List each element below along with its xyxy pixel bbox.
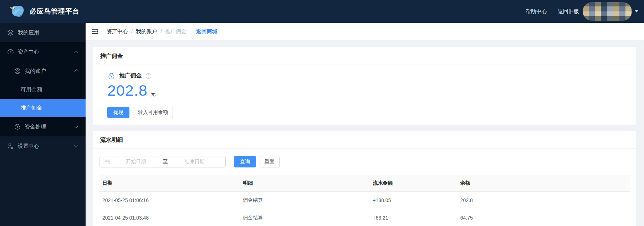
table-cell: 202.8: [458, 191, 630, 209]
filter-row: 开始日期 至 结束日期 查询 重置: [99, 156, 630, 167]
sidebar-item-fund-processing[interactable]: 资金处理: [0, 117, 86, 136]
sidebar-item-my-account[interactable]: 我的账户: [0, 61, 86, 81]
breadcrumb-separator: /: [131, 29, 133, 34]
table-cell: +63.21: [370, 209, 457, 226]
question-circle-icon[interactable]: [145, 73, 152, 79]
content: 推广佣金 推广佣金: [86, 40, 644, 226]
table-cell: 佣金结算: [240, 191, 370, 209]
dashboard-icon: [7, 49, 14, 55]
sidebar-item-label: 我的账户: [25, 68, 46, 75]
sidebar-item-label: 资产中心: [18, 49, 39, 55]
menu-fold-icon[interactable]: [92, 29, 98, 34]
table-cell: +138.05: [370, 191, 457, 209]
money-bag-icon: [107, 72, 116, 80]
breadcrumb-item-my-account[interactable]: 我的账户: [136, 28, 157, 35]
breadcrumb-bar: 资产中心 / 我的账户 / 推广佣金 返回商城: [86, 23, 644, 40]
app-title: 必应鸟管理平台: [30, 7, 80, 16]
censored-account-info: [583, 2, 632, 21]
flow-card: 流水明细 开始日期 至 结束日期 查询: [93, 131, 636, 226]
layers-icon: [7, 29, 14, 36]
column-header: 流水金额: [370, 175, 457, 191]
sidebar: 我的应用 资产中心 我的账户 可用余额 推广佣金: [0, 23, 86, 226]
breadcrumb-item-current: 推广佣金: [165, 28, 186, 35]
commission-card: 推广佣金 推广佣金: [93, 47, 636, 125]
sidebar-item-label: 推广佣金: [21, 105, 42, 111]
back-to-old-link[interactable]: 返回旧版: [558, 8, 579, 15]
sidebar-item-available-balance[interactable]: 可用余额: [0, 81, 86, 99]
breadcrumb-separator: /: [160, 29, 162, 34]
commission-body: 推广佣金 202.8 元 提现 转入可用余额: [93, 65, 636, 125]
table-cell: 2021-04-25 01:03:48: [99, 209, 240, 226]
table-cell: 64.75: [458, 209, 630, 226]
sidebar-item-label: 可用余额: [21, 86, 42, 93]
commission-unit: 元: [151, 91, 156, 97]
commission-section-title: 推广佣金: [93, 47, 636, 65]
end-date-placeholder: 结束日期: [169, 159, 221, 165]
column-header: 余额: [458, 175, 630, 191]
commission-stat-label: 推广佣金: [119, 72, 142, 80]
commission-amount: 202.8: [107, 82, 148, 99]
chevron-down-icon: [74, 143, 78, 147]
flow-body: 开始日期 至 结束日期 查询 重置 日期明细流水金额余额 2021-05-25 …: [93, 149, 636, 226]
transfer-to-balance-button[interactable]: 转入可用余额: [133, 107, 173, 118]
user-circle-icon: [14, 68, 21, 74]
sidebar-item-label: 我的应用: [18, 29, 39, 36]
column-header: 明细: [240, 175, 370, 191]
breadcrumb-item-asset-center[interactable]: 资产中心: [107, 28, 128, 35]
table-row: 2021-05-25 01:06:16佣金结算+138.05202.8: [99, 191, 630, 209]
topbar-right: 帮助中心 返回旧版: [526, 2, 638, 21]
flow-table: 日期明细流水金额余额 2021-05-25 01:06:16佣金结算+138.0…: [99, 175, 630, 226]
topbar: 必应鸟管理平台 帮助中心 返回旧版: [0, 0, 644, 23]
yuan-circle-icon: [14, 124, 21, 130]
user-gear-icon: [7, 143, 14, 150]
start-date-placeholder: 开始日期: [110, 159, 162, 165]
sidebar-item-my-apps[interactable]: 我的应用: [0, 23, 86, 42]
main-area: 资产中心 / 我的账户 / 推广佣金 返回商城 推广佣金 推广佣金: [86, 23, 644, 226]
logo-bird-icon: [9, 4, 25, 19]
table-row: 2021-04-25 01:03:48佣金结算+63.2164.75: [99, 209, 630, 226]
account-dropdown[interactable]: [583, 2, 638, 21]
back-to-mall-link[interactable]: 返回商城: [196, 28, 218, 35]
table-cell: 佣金结算: [240, 209, 370, 226]
search-button[interactable]: 查询: [234, 156, 256, 167]
chevron-down-icon: [635, 10, 638, 12]
chevron-up-icon: [74, 69, 78, 73]
range-to-label: 至: [162, 159, 169, 165]
sidebar-item-asset-center[interactable]: 资产中心: [0, 42, 86, 61]
flow-section-title: 流水明细: [93, 131, 636, 149]
reset-button[interactable]: 重置: [260, 156, 280, 167]
column-header: 日期: [99, 175, 240, 191]
chevron-up-icon: [74, 51, 78, 55]
withdraw-button[interactable]: 提现: [107, 107, 129, 118]
sidebar-item-label: 资金处理: [25, 124, 46, 130]
sidebar-group-asset-center: 资产中心 我的账户 可用余额 推广佣金 资金处理: [0, 42, 86, 136]
chevron-down-icon: [74, 124, 78, 128]
brand: 必应鸟管理平台: [9, 4, 80, 19]
sidebar-item-label: 设置中心: [18, 143, 39, 150]
table-body: 2021-05-25 01:06:16佣金结算+138.05202.82021-…: [99, 191, 630, 226]
help-center-link[interactable]: 帮助中心: [526, 8, 547, 15]
table-header-row: 日期明细流水金额余额: [99, 175, 630, 191]
date-range-input[interactable]: 开始日期 至 结束日期: [99, 156, 226, 167]
sidebar-item-promo-commission[interactable]: 推广佣金: [0, 99, 86, 117]
sidebar-item-settings-center[interactable]: 设置中心: [0, 136, 86, 156]
table-cell: 2021-05-25 01:06:16: [99, 191, 240, 209]
calendar-icon: [104, 159, 110, 165]
